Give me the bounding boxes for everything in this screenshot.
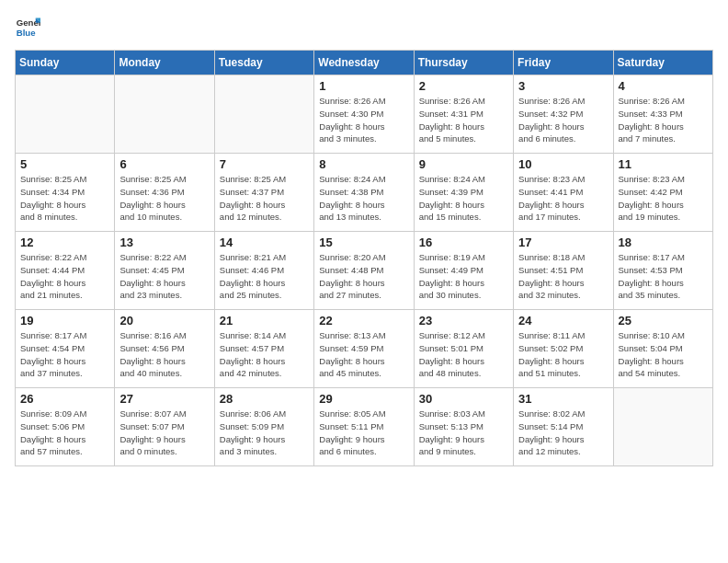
logo-icon: General Blue [15,15,40,40]
weekday-header-row: SundayMondayTuesdayWednesdayThursdayFrid… [16,51,713,75]
calendar-cell: 31Sunrise: 8:02 AM Sunset: 5:14 PM Dayli… [514,388,613,466]
calendar-cell: 13Sunrise: 8:22 AM Sunset: 4:45 PM Dayli… [115,232,214,310]
weekday-header: Saturday [613,51,712,75]
calendar-cell [16,75,115,154]
day-number: 3 [518,79,608,93]
day-number: 4 [619,79,708,93]
day-number: 25 [619,314,708,327]
day-info: Sunrise: 8:23 AM Sunset: 4:41 PM Dayligh… [518,173,608,224]
day-info: Sunrise: 8:26 AM Sunset: 4:30 PM Dayligh… [319,95,408,145]
day-number: 12 [20,236,109,249]
calendar-cell: 10Sunrise: 8:23 AM Sunset: 4:41 PM Dayli… [514,154,613,232]
calendar-cell: 14Sunrise: 8:21 AM Sunset: 4:46 PM Dayli… [214,232,313,310]
day-info: Sunrise: 8:25 AM Sunset: 4:37 PM Dayligh… [220,173,309,224]
day-info: Sunrise: 8:24 AM Sunset: 4:38 PM Dayligh… [319,173,408,224]
day-number: 26 [20,392,109,406]
calendar-cell: 12Sunrise: 8:22 AM Sunset: 4:44 PM Dayli… [16,232,115,310]
calendar-week-row: 12Sunrise: 8:22 AM Sunset: 4:44 PM Dayli… [16,232,713,310]
day-number: 28 [220,392,309,406]
calendar-cell: 30Sunrise: 8:03 AM Sunset: 5:13 PM Dayli… [414,388,513,466]
calendar-cell: 24Sunrise: 8:11 AM Sunset: 5:02 PM Dayli… [514,310,613,388]
day-number: 17 [518,236,608,249]
day-info: Sunrise: 8:17 AM Sunset: 4:53 PM Dayligh… [619,251,708,302]
day-info: Sunrise: 8:25 AM Sunset: 4:34 PM Dayligh… [20,173,109,224]
day-number: 10 [518,157,608,171]
calendar-cell: 9Sunrise: 8:24 AM Sunset: 4:39 PM Daylig… [414,154,513,232]
day-info: Sunrise: 8:17 AM Sunset: 4:54 PM Dayligh… [20,329,109,380]
weekday-header: Monday [115,51,214,75]
calendar-week-row: 19Sunrise: 8:17 AM Sunset: 4:54 PM Dayli… [16,310,713,388]
calendar-cell: 23Sunrise: 8:12 AM Sunset: 5:01 PM Dayli… [414,310,513,388]
day-number: 8 [319,157,408,171]
calendar-cell: 1Sunrise: 8:26 AM Sunset: 4:30 PM Daylig… [314,75,414,154]
day-info: Sunrise: 8:10 AM Sunset: 5:04 PM Dayligh… [619,329,708,380]
calendar-cell: 15Sunrise: 8:20 AM Sunset: 4:48 PM Dayli… [314,232,414,310]
day-info: Sunrise: 8:22 AM Sunset: 4:45 PM Dayligh… [119,251,209,302]
calendar-cell: 5Sunrise: 8:25 AM Sunset: 4:34 PM Daylig… [16,154,115,232]
calendar-cell: 22Sunrise: 8:13 AM Sunset: 4:59 PM Dayli… [314,310,414,388]
day-info: Sunrise: 8:05 AM Sunset: 5:11 PM Dayligh… [319,408,408,458]
day-info: Sunrise: 8:19 AM Sunset: 4:49 PM Dayligh… [419,251,508,302]
day-number: 27 [119,392,209,406]
calendar-cell: 19Sunrise: 8:17 AM Sunset: 4:54 PM Dayli… [16,310,115,388]
page-header: General Blue [15,15,713,40]
day-number: 13 [119,236,209,249]
day-info: Sunrise: 8:16 AM Sunset: 4:56 PM Dayligh… [119,329,209,380]
day-number: 22 [319,314,408,327]
day-info: Sunrise: 8:24 AM Sunset: 4:39 PM Dayligh… [419,173,508,224]
day-info: Sunrise: 8:22 AM Sunset: 4:44 PM Dayligh… [20,251,109,302]
day-info: Sunrise: 8:02 AM Sunset: 5:14 PM Dayligh… [518,408,608,458]
day-info: Sunrise: 8:26 AM Sunset: 4:33 PM Dayligh… [619,95,708,145]
calendar-cell: 17Sunrise: 8:18 AM Sunset: 4:51 PM Dayli… [514,232,613,310]
calendar-cell [613,388,712,466]
calendar-cell: 4Sunrise: 8:26 AM Sunset: 4:33 PM Daylig… [613,75,712,154]
day-number: 5 [20,157,109,171]
calendar-cell: 21Sunrise: 8:14 AM Sunset: 4:57 PM Dayli… [214,310,313,388]
day-number: 16 [419,236,508,249]
day-number: 29 [319,392,408,406]
day-number: 9 [419,157,508,171]
day-number: 23 [419,314,508,327]
calendar-cell [214,75,313,154]
day-number: 14 [220,236,309,249]
calendar-cell: 26Sunrise: 8:09 AM Sunset: 5:06 PM Dayli… [16,388,115,466]
day-info: Sunrise: 8:13 AM Sunset: 4:59 PM Dayligh… [319,329,408,380]
day-info: Sunrise: 8:25 AM Sunset: 4:36 PM Dayligh… [119,173,209,224]
weekday-header: Thursday [414,51,513,75]
calendar-cell: 6Sunrise: 8:25 AM Sunset: 4:36 PM Daylig… [115,154,214,232]
day-info: Sunrise: 8:21 AM Sunset: 4:46 PM Dayligh… [220,251,309,302]
day-number: 11 [619,157,708,171]
calendar-week-row: 1Sunrise: 8:26 AM Sunset: 4:30 PM Daylig… [16,75,713,154]
day-number: 1 [319,79,408,93]
calendar-cell: 27Sunrise: 8:07 AM Sunset: 5:07 PM Dayli… [115,388,214,466]
calendar-cell: 25Sunrise: 8:10 AM Sunset: 5:04 PM Dayli… [613,310,712,388]
day-number: 19 [20,314,109,327]
svg-text:Blue: Blue [17,28,36,38]
day-number: 30 [419,392,508,406]
day-info: Sunrise: 8:03 AM Sunset: 5:13 PM Dayligh… [419,408,508,458]
day-number: 15 [319,236,408,249]
weekday-header: Friday [514,51,613,75]
day-info: Sunrise: 8:11 AM Sunset: 5:02 PM Dayligh… [518,329,608,380]
day-info: Sunrise: 8:14 AM Sunset: 4:57 PM Dayligh… [220,329,309,380]
day-number: 20 [119,314,209,327]
weekday-header: Wednesday [314,51,414,75]
calendar-table: SundayMondayTuesdayWednesdayThursdayFrid… [15,50,713,466]
calendar-cell: 2Sunrise: 8:26 AM Sunset: 4:31 PM Daylig… [414,75,513,154]
day-info: Sunrise: 8:07 AM Sunset: 5:07 PM Dayligh… [119,408,209,458]
day-info: Sunrise: 8:26 AM Sunset: 4:31 PM Dayligh… [419,95,508,145]
calendar-cell: 11Sunrise: 8:23 AM Sunset: 4:42 PM Dayli… [613,154,712,232]
day-info: Sunrise: 8:26 AM Sunset: 4:32 PM Dayligh… [518,95,608,145]
calendar-week-row: 26Sunrise: 8:09 AM Sunset: 5:06 PM Dayli… [16,388,713,466]
logo: General Blue [15,15,44,40]
day-number: 2 [419,79,508,93]
calendar-cell: 3Sunrise: 8:26 AM Sunset: 4:32 PM Daylig… [514,75,613,154]
calendar-cell: 16Sunrise: 8:19 AM Sunset: 4:49 PM Dayli… [414,232,513,310]
calendar-cell: 28Sunrise: 8:06 AM Sunset: 5:09 PM Dayli… [214,388,313,466]
day-info: Sunrise: 8:09 AM Sunset: 5:06 PM Dayligh… [20,408,109,458]
day-info: Sunrise: 8:20 AM Sunset: 4:48 PM Dayligh… [319,251,408,302]
weekday-header: Tuesday [214,51,313,75]
day-number: 24 [518,314,608,327]
calendar-cell: 18Sunrise: 8:17 AM Sunset: 4:53 PM Dayli… [613,232,712,310]
day-info: Sunrise: 8:23 AM Sunset: 4:42 PM Dayligh… [619,173,708,224]
